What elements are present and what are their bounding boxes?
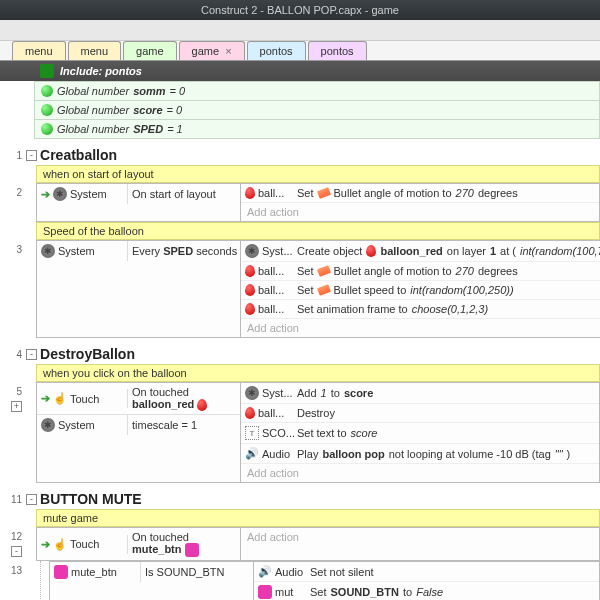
include-icon [40, 64, 54, 78]
expand-icon[interactable]: + [11, 401, 22, 412]
conditions[interactable]: ➔System On start of layout [36, 183, 241, 222]
group-title: BUTTON MUTE [40, 489, 142, 509]
add-action[interactable]: Add action [241, 528, 599, 546]
close-icon[interactable]: × [225, 45, 231, 57]
t: to [331, 387, 340, 399]
t: ball... [258, 284, 284, 296]
global-var[interactable]: Global number somm = 0 [34, 81, 600, 101]
t: Set [297, 187, 314, 199]
event-row[interactable]: 2 ➔System On start of layout ball...Set … [0, 183, 600, 222]
event-number: 12 [11, 531, 22, 542]
obj-name: Touch [70, 393, 99, 405]
add-action[interactable]: Add action [241, 203, 599, 221]
event-sheet: Include: pontos Global number somm = 0 G… [0, 61, 600, 600]
actions[interactable]: Add action [241, 527, 600, 561]
t: 1 [191, 419, 197, 431]
comment[interactable]: Speed of the balloon [36, 222, 600, 240]
t: ball... [258, 303, 284, 315]
t: not looping at volume -10 dB (tag [389, 448, 551, 460]
t: Play [297, 448, 318, 460]
toolbar [0, 20, 600, 41]
add-action[interactable]: Add action [241, 319, 600, 337]
eraser-icon [317, 284, 331, 296]
gear-icon [245, 244, 259, 258]
obj-name: System [58, 245, 95, 257]
event-row[interactable]: 12- ➔☝Touch On touched mute_btn Add acti… [0, 527, 600, 561]
t: balloon pop [322, 448, 384, 460]
gear-icon [41, 244, 55, 258]
include-label: Include: pontos [60, 65, 142, 77]
collapse-icon[interactable]: - [26, 150, 37, 161]
t: degrees [478, 187, 518, 199]
obj-name: System [58, 419, 95, 431]
actions[interactable]: 🔊AudioSet not silent mutSet SOUND_BTN to… [254, 561, 600, 600]
tab-pontos-layout[interactable]: pontos [308, 41, 367, 60]
event-number: 11 [0, 494, 26, 505]
t: ball... [258, 407, 284, 419]
conditions[interactable]: System Every SPED seconds [36, 240, 241, 338]
t: degrees [478, 265, 518, 277]
group-header[interactable]: 4 - DestroyBallon [0, 338, 600, 364]
gv-name: score [133, 104, 162, 116]
gv-label: Global number [57, 85, 129, 97]
eraser-icon [317, 265, 331, 277]
balloon-icon [245, 407, 255, 419]
comment[interactable]: when you click on the balloon [36, 364, 600, 382]
gv-name: somm [133, 85, 165, 97]
audio-icon: 🔊 [245, 447, 259, 460]
t: Is SOUND_BTN [145, 566, 224, 578]
t: 270 [456, 187, 474, 199]
t: On touched [132, 386, 189, 398]
group-header[interactable]: 1 - Creatballon [0, 139, 600, 165]
balloon-icon [245, 284, 255, 296]
comment[interactable]: mute game [36, 509, 600, 527]
globe-icon [41, 85, 53, 97]
tab-pontos[interactable]: pontos [247, 41, 306, 60]
balloon-icon [245, 265, 255, 277]
t: Set not silent [310, 566, 374, 578]
gv-val: = 1 [167, 123, 183, 135]
event-number: 4 [0, 349, 26, 360]
t: to [403, 586, 412, 598]
comment[interactable]: when on start of layout [36, 165, 600, 183]
actions[interactable]: Syst...Create object balloon_red on laye… [241, 240, 600, 338]
globals: Global number somm = 0 Global number sco… [34, 81, 600, 139]
tab-menu-layout[interactable]: menu [68, 41, 122, 60]
t: int(random(100,700)) [520, 245, 600, 257]
t: Set [297, 284, 314, 296]
t: Destroy [297, 407, 335, 419]
t: Set [297, 265, 314, 277]
balloon-icon [245, 187, 255, 199]
t: Set text to [297, 427, 347, 439]
conditions[interactable]: ➔☝Touch On touched mute_btn [36, 527, 241, 561]
t: Bullet speed to [334, 284, 407, 296]
group-title: Creatballon [40, 145, 117, 165]
t: at ( [500, 245, 516, 257]
conditions[interactable]: mute_btn Is SOUND_BTN [49, 561, 254, 600]
obj-name: System [70, 188, 107, 200]
include-header[interactable]: Include: pontos [0, 61, 600, 81]
obj-name: mute_btn [71, 566, 117, 578]
actions[interactable]: Syst...Add 1 to score ball...Destroy TSC… [241, 382, 600, 483]
condition-text: On start of layout [128, 185, 240, 203]
event-row[interactable]: 13 mute_btn Is SOUND_BTN 🔊AudioSet not s… [0, 561, 600, 600]
collapse-icon[interactable]: - [26, 349, 37, 360]
t: 270 [456, 265, 474, 277]
tab-menu[interactable]: menu [12, 41, 66, 60]
global-var[interactable]: Global number SPED = 1 [34, 120, 600, 139]
group-title: DestroyBallon [40, 344, 135, 364]
group-header[interactable]: 11 - BUTTON MUTE [0, 483, 600, 509]
tab-game-active[interactable]: game× [179, 41, 245, 60]
tab-game[interactable]: game [123, 41, 177, 60]
actions[interactable]: ball...Set Bullet angle of motion to 270… [241, 183, 600, 222]
global-var[interactable]: Global number score = 0 [34, 101, 600, 120]
gear-icon [53, 187, 67, 201]
gear-icon [41, 418, 55, 432]
collapse-icon[interactable]: - [11, 546, 22, 557]
event-row[interactable]: 3 System Every SPED seconds Syst...Creat… [0, 240, 600, 338]
event-row[interactable]: 5+ ➔☝Touch On touched balloon_red System… [0, 382, 600, 483]
add-action[interactable]: Add action [241, 464, 599, 482]
conditions[interactable]: ➔☝Touch On touched balloon_red System ti… [36, 382, 241, 483]
collapse-icon[interactable]: - [26, 494, 37, 505]
t: False [416, 586, 443, 598]
